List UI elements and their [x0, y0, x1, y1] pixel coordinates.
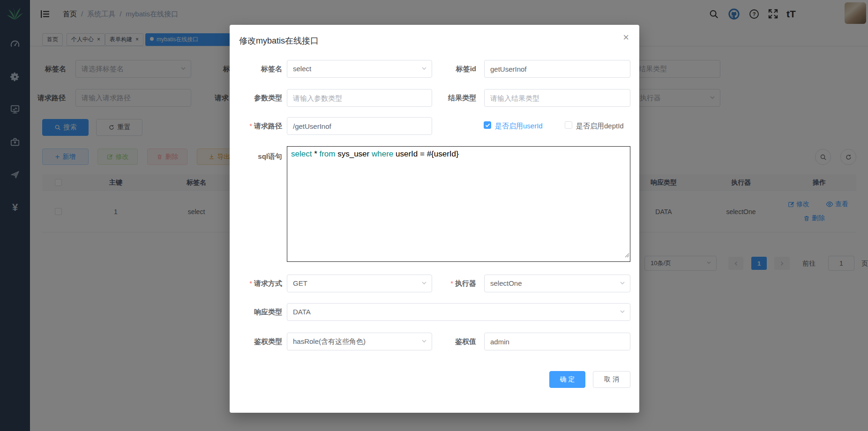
sql-token: where [372, 149, 393, 158]
sql-token: * [312, 149, 319, 158]
enable-deptid-checkbox[interactable] [565, 121, 572, 129]
resp-type-value: DATA [293, 308, 311, 316]
executor-select[interactable]: selectOne [484, 275, 630, 292]
result-type-label: 结果类型 [384, 89, 476, 107]
auth-type-value: hasRole(含有这些角色) [293, 337, 366, 345]
confirm-button[interactable]: 确 定 [549, 371, 585, 388]
auth-type-label: 鉴权类型 [230, 333, 282, 350]
required-asterisk: * [249, 279, 252, 287]
resp-type-label: 响应类型 [230, 303, 282, 321]
resp-type-select[interactable]: DATA [287, 303, 630, 321]
resize-grip[interactable] [624, 250, 629, 261]
req-path-input[interactable] [287, 117, 432, 135]
sql-token: sys_user [335, 149, 371, 158]
dialog-title: 修改mybatis在线接口 [239, 35, 319, 46]
sql-label: sql语句 [230, 148, 282, 165]
req-path-label: *请求路径 [230, 117, 282, 135]
sql-editor[interactable]: select * from sys_user where userId = #{… [287, 146, 630, 262]
check-icon [485, 123, 490, 127]
sql-token: userId = #{userId} [393, 149, 458, 158]
required-asterisk: * [450, 279, 453, 287]
param-type-label: 参数类型 [230, 89, 282, 107]
req-method-value: GET [293, 279, 307, 287]
enable-deptid-label[interactable]: 是否启用deptId [576, 117, 624, 135]
sql-token: from [319, 149, 335, 158]
sql-token: select [291, 149, 312, 158]
cancel-button-label: 取 消 [604, 375, 619, 384]
chevron-down-icon [620, 304, 625, 320]
tag-id-input[interactable] [484, 60, 630, 78]
chevron-down-icon [620, 275, 625, 292]
required-asterisk: * [249, 122, 252, 130]
app-window: ¥ 首页/系统工具/mybatis在线接口 ? [0, 0, 868, 431]
close-icon: × [623, 31, 629, 43]
result-type-input[interactable] [484, 89, 630, 107]
dialog-close-button[interactable]: × [623, 32, 629, 43]
executor-value: selectOne [490, 279, 522, 287]
tag-name-label: 标签名 [230, 60, 282, 78]
executor-label: *执行器 [384, 275, 476, 292]
enable-userid-checkbox[interactable] [484, 121, 491, 129]
req-method-label: *请求方式 [230, 275, 282, 292]
cancel-button[interactable]: 取 消 [593, 371, 630, 388]
tag-id-label: 标签id [384, 60, 476, 78]
enable-userid-label[interactable]: 是否启用userId [495, 117, 543, 135]
auth-value-label: 鉴权值 [384, 333, 476, 350]
auth-value-input[interactable] [484, 333, 630, 350]
confirm-button-label: 确 定 [560, 375, 575, 384]
tag-name-value: select [293, 65, 311, 73]
edit-mybatis-api-dialog: 修改mybatis在线接口 × 标签名 select 标签id 参数类型 结果类… [230, 25, 639, 413]
